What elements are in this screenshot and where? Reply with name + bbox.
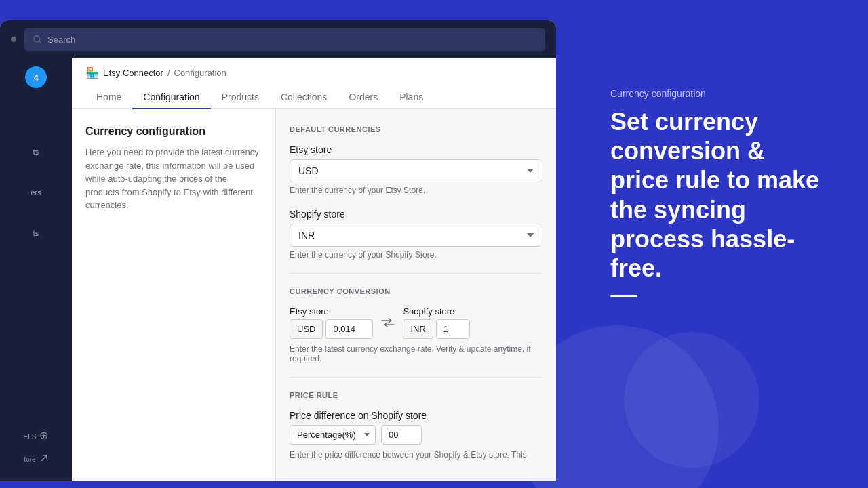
tab-collections[interactable]: Collections bbox=[270, 86, 338, 109]
conversion-hint: Enter the latest currency exchange rate.… bbox=[290, 344, 542, 363]
topbar-dot bbox=[11, 37, 16, 42]
price-rule-row: Percentage(%) Fixed bbox=[290, 425, 542, 445]
content-body: Currency configuration Here you need to … bbox=[72, 109, 556, 481]
price-difference-label: Price difference on Shopify store bbox=[290, 410, 542, 421]
swap-icon bbox=[378, 318, 397, 327]
sidebar-store-button[interactable]: tore ↗ bbox=[24, 451, 47, 465]
sidebar-bottom: ELS ⊕ tore ↗ bbox=[0, 428, 72, 481]
app-logo: 🏪 bbox=[85, 66, 99, 79]
sidebar-channels-button[interactable]: ELS ⊕ bbox=[24, 428, 49, 443]
sidebar-items: ts bbox=[33, 148, 39, 156]
currency-conversion-row: Etsy store USD bbox=[290, 306, 542, 339]
shopify-store-label: Shopify store bbox=[290, 209, 542, 220]
app-header: 🏪 Etsy Connector / Configuration Home Co… bbox=[72, 58, 556, 109]
search-bar[interactable]: Search bbox=[24, 28, 545, 51]
app-window: Search 4 ts ers ts ELS ⊕ tore ↗ bbox=[0, 20, 556, 481]
promo-title: Set currency conversion & price rule to … bbox=[610, 107, 827, 283]
app-name: Etsy Connector bbox=[103, 68, 163, 78]
search-placeholder: Search bbox=[47, 35, 75, 45]
shopify-conversion-inputs: INR bbox=[403, 319, 469, 339]
sidebar-item-3[interactable]: ts bbox=[33, 229, 39, 237]
breadcrumb-separator: / bbox=[167, 68, 170, 78]
tab-orders[interactable]: Orders bbox=[338, 86, 389, 109]
search-icon bbox=[33, 35, 42, 44]
promo-subtitle: Currency configuration bbox=[610, 88, 827, 99]
form-panel: DEFAULT CURRENCIES Etsy store USD EUR GB… bbox=[275, 109, 556, 481]
plus-icon: ⊕ bbox=[39, 430, 48, 441]
shopify-store-select[interactable]: INR USD EUR GBP bbox=[290, 224, 542, 247]
etsy-conversion-label: Etsy store bbox=[290, 306, 373, 317]
main-content: 🏪 Etsy Connector / Configuration Home Co… bbox=[72, 58, 556, 481]
description-panel: Currency configuration Here you need to … bbox=[72, 109, 275, 481]
etsy-store-hint: Enter the currency of your Etsy Store. bbox=[290, 186, 542, 195]
default-currencies-section-label: DEFAULT CURRENCIES bbox=[290, 125, 542, 134]
promo-divider bbox=[610, 295, 637, 297]
breadcrumb: 🏪 Etsy Connector / Configuration bbox=[85, 66, 542, 79]
sidebar-item-2[interactable]: ers bbox=[31, 188, 41, 197]
etsy-conversion-group: Etsy store USD bbox=[290, 306, 373, 339]
etsy-store-field-group: Etsy store USD EUR GBP CAD AUD Enter the… bbox=[290, 144, 542, 195]
tab-plans[interactable]: Plans bbox=[389, 86, 434, 109]
shopify-store-field-group: Shopify store INR USD EUR GBP Enter the … bbox=[290, 209, 542, 260]
bg-decoration-2 bbox=[624, 332, 760, 468]
etsy-store-label: Etsy store bbox=[290, 144, 542, 155]
promo-panel: Currency configuration Set currency conv… bbox=[610, 88, 827, 297]
etsy-conversion-inputs: USD bbox=[290, 319, 373, 339]
tab-configuration[interactable]: Configuration bbox=[132, 86, 210, 109]
description-body: Here you need to provide the latest curr… bbox=[85, 146, 262, 212]
shopify-currency-tag: INR bbox=[403, 319, 433, 339]
sidebar-item-1[interactable]: ts bbox=[33, 148, 39, 156]
nav-tabs: Home Configuration Products Collections … bbox=[85, 86, 542, 108]
tab-home[interactable]: Home bbox=[85, 86, 132, 109]
svg-line-1 bbox=[39, 41, 41, 43]
price-rule-type-select[interactable]: Percentage(%) Fixed bbox=[290, 425, 376, 445]
shopify-conversion-input[interactable] bbox=[436, 319, 470, 339]
shopify-conversion-label: Shopify store bbox=[403, 306, 469, 317]
breadcrumb-page: Configuration bbox=[174, 68, 226, 78]
price-difference-field-group: Price difference on Shopify store Percen… bbox=[290, 410, 542, 460]
description-title: Currency configuration bbox=[85, 125, 262, 138]
tab-products[interactable]: Products bbox=[211, 86, 270, 109]
etsy-currency-tag: USD bbox=[290, 319, 323, 339]
shopify-conversion-group: Shopify store INR bbox=[403, 306, 469, 339]
sidebar: 4 ts ers ts ELS ⊕ tore ↗ bbox=[0, 58, 72, 481]
section-divider-1 bbox=[290, 273, 542, 274]
topbar: Search bbox=[0, 20, 556, 58]
sidebar-badge[interactable]: 4 bbox=[25, 66, 47, 88]
etsy-store-select[interactable]: USD EUR GBP CAD AUD bbox=[290, 159, 542, 182]
price-rule-hint: Enter the price difference between your … bbox=[290, 450, 542, 460]
price-rule-value-input[interactable] bbox=[381, 425, 422, 445]
price-rule-section-label: PRICE RULE bbox=[290, 391, 542, 399]
external-link-icon: ↗ bbox=[39, 452, 48, 464]
etsy-conversion-input[interactable] bbox=[326, 319, 373, 339]
shopify-store-hint: Enter the currency of your Shopify Store… bbox=[290, 250, 542, 260]
section-divider-2 bbox=[290, 377, 542, 378]
currency-conversion-section-label: CURRENCY CONVERSION bbox=[290, 287, 542, 296]
